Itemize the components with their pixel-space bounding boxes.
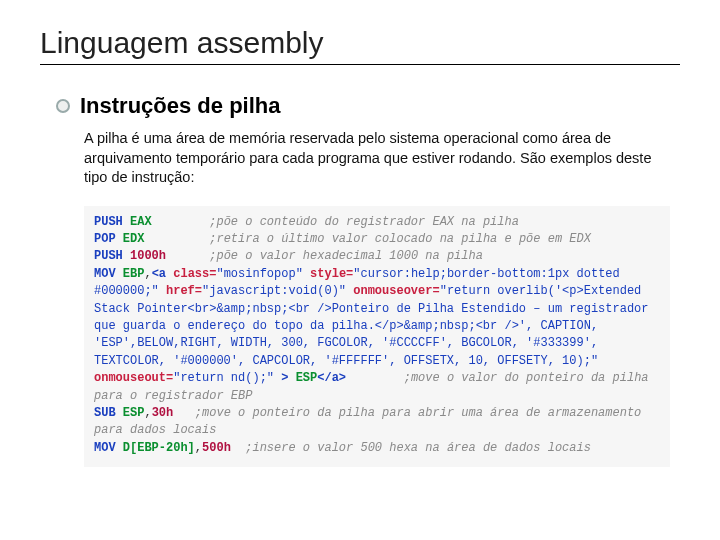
code-line-4: MOV EBP,<a class="mosinfopop" style="cur… bbox=[94, 266, 660, 405]
code-line-6: MOV D[EBP-20h],500h ;insere o valor 500 … bbox=[94, 440, 660, 457]
body-paragraph: A pilha é uma área de memória reservada … bbox=[84, 129, 660, 188]
code-line-3: PUSH 1000h ;põe o valor hexadecimal 1000… bbox=[94, 248, 660, 265]
bullet-icon bbox=[56, 99, 70, 113]
slide-title: Linguagem assembly bbox=[40, 26, 680, 60]
code-line-5: SUB ESP,30h ;move o ponteiro da pilha pa… bbox=[94, 405, 660, 440]
subhead-text: Instruções de pilha bbox=[80, 93, 281, 119]
title-underline bbox=[40, 64, 680, 65]
code-line-2: POP EDX ;retira o último valor colocado … bbox=[94, 231, 660, 248]
subhead-row: Instruções de pilha bbox=[56, 93, 680, 119]
code-line-1: PUSH EAX ;põe o conteúdo do registrador … bbox=[94, 214, 660, 231]
code-block: PUSH EAX ;põe o conteúdo do registrador … bbox=[84, 206, 670, 467]
